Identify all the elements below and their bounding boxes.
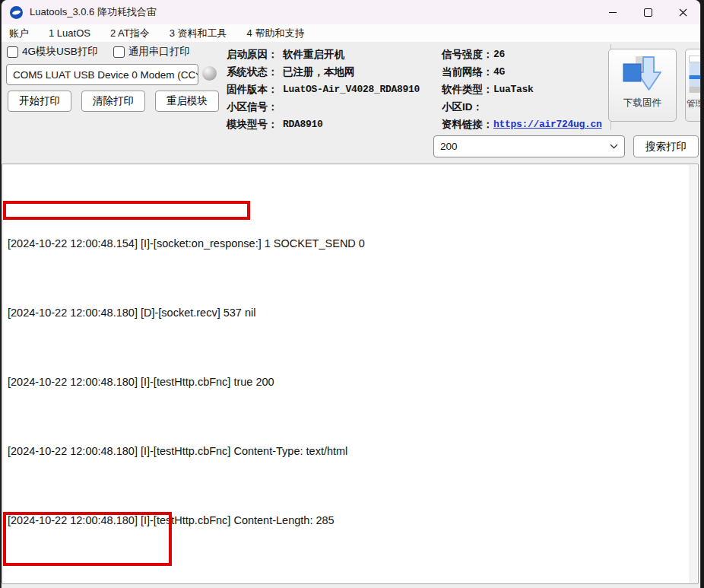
log-lines: [2024-10-22 12:00:48.154] [I]-[socket:on… <box>8 166 689 584</box>
log-line-text: [2024-10-22 12:00:48.180] [D]-[socket.re… <box>8 307 255 319</box>
log-output-area[interactable]: [2024-10-22 12:00:48.154] [I]-[socket:on… <box>2 164 699 584</box>
log-line: [2024-10-22 12:00:48.180] [I]-[testHttp.… <box>8 443 689 460</box>
log-line-text: [2024-10-22 12:00:48.154] [I]-[socket:on… <box>8 237 365 250</box>
panel-button[interactable]: 开始打印 <box>8 91 71 112</box>
panel-button[interactable]: 重启模块 <box>155 91 219 112</box>
info-row: 模块型号： RDA8910 <box>227 116 443 133</box>
info-label: 固件版本： <box>227 83 283 97</box>
minimize-button[interactable] <box>595 0 630 24</box>
connection-status-led <box>202 66 217 81</box>
info-value: LuaTask <box>493 84 534 95</box>
log-line: [2024-10-22 12:00:48.180] [I]-[testHttp.… <box>8 581 689 584</box>
info-row: 系统状态： 已注册，本地网 <box>227 63 443 81</box>
manage-list-icon <box>689 56 700 95</box>
search-term-select[interactable]: 200 <box>433 135 625 157</box>
window-controls <box>595 0 700 24</box>
menu-item[interactable]: 4 帮助和支持 <box>247 27 305 40</box>
info-value: LuatOS-Air_V4028_RDA8910 <box>283 84 420 95</box>
checkbox-item[interactable]: 4G模块USB打印 <box>7 45 98 59</box>
chevron-down-icon <box>195 72 198 78</box>
info-row: 信号强度： 26 <box>442 46 609 63</box>
info-row: 资料链接： https://air724ug.cn <box>442 116 609 133</box>
window-title: Luatools_3.0.6 降功耗找合宙 <box>30 5 157 19</box>
info-label: 当前网络： <box>442 65 493 79</box>
menu-bar: 账户1 LuatOS2 AT指令3 资料和工具4 帮助和支持 <box>2 24 700 42</box>
screen: { "window": { "title": "Luatools_3.0.6 降… <box>0 0 704 588</box>
menu-item[interactable]: 1 LuatOS <box>49 27 90 39</box>
checkbox-label: 通用串口打印 <box>128 45 190 59</box>
info-label: 模块型号： <box>227 118 283 132</box>
manage-button-label: 管理 <box>687 98 700 110</box>
close-icon <box>679 8 687 17</box>
vertical-scrollbar[interactable] <box>690 165 697 583</box>
log-line-text: [2024-10-22 12:00:48.180] [I]-[testHttp.… <box>8 583 344 584</box>
action-buttons: 开始打印清除打印重启模块 <box>8 91 219 112</box>
info-label: 信号强度： <box>442 48 493 62</box>
info-label: 启动原因： <box>227 48 283 62</box>
info-value: RDA8910 <box>283 119 323 130</box>
info-value: 26 <box>493 49 505 60</box>
download-firmware-button[interactable]: 下载固件 <box>608 49 677 122</box>
log-line: [2024-10-22 12:00:48.154] [I]-[socket:on… <box>8 235 689 253</box>
search-print-button[interactable]: 搜索打印 <box>633 135 699 157</box>
com-port-select[interactable]: COM5 LUAT USB Device 0 Modem (CC <box>6 64 198 85</box>
info-row: 固件版本： LuatOS-Air_V4028_RDA8910 <box>227 81 443 98</box>
chevron-down-icon <box>610 144 618 149</box>
menu-item[interactable]: 账户 <box>9 27 29 40</box>
info-label: 资料链接： <box>442 118 493 132</box>
info-label: 小区信号： <box>227 100 283 114</box>
info-value: 已注册，本地网 <box>283 65 355 79</box>
print-mode-checkboxes: 4G模块USB打印 通用串口打印 <box>7 45 190 59</box>
maximize-button[interactable] <box>630 0 665 24</box>
module-info-right: 信号强度： 26 当前网络： 4G 软件类型： LuaTask 小区ID： <box>442 46 609 133</box>
info-value: 4G <box>493 66 505 78</box>
log-line-text: [2024-10-22 12:00:48.180] [I]-[testHttp.… <box>8 376 274 388</box>
com-port-value: COM5 LUAT USB Device 0 Modem (CC <box>13 69 195 81</box>
info-row: 启动原因： 软件重启开机 <box>227 46 443 63</box>
search-term-value: 200 <box>440 141 458 152</box>
manage-button-clipped[interactable]: 管理 <box>685 49 700 122</box>
close-button[interactable] <box>665 0 700 24</box>
info-row: 软件类型： LuaTask <box>442 81 609 98</box>
module-info-left: 启动原因： 软件重启开机 系统状态： 已注册，本地网 固件版本： LuatOS-… <box>227 46 443 133</box>
info-label: 软件类型： <box>442 83 493 97</box>
checkbox-label: 4G模块USB打印 <box>22 45 98 59</box>
log-line-text: [2024-10-22 12:00:48.180] [I]-[testHttp.… <box>8 445 347 457</box>
title-bar: Luatools_3.0.6 降功耗找合宙 <box>2 0 700 24</box>
menu-item[interactable]: 3 资料和工具 <box>170 27 227 40</box>
download-firmware-label: 下载固件 <box>623 97 661 110</box>
log-line: [2024-10-22 12:00:48.180] [D]-[socket.re… <box>8 304 689 322</box>
panel-button[interactable]: 清除打印 <box>81 91 145 112</box>
doc-link[interactable]: https://air724ug.cn <box>493 119 602 130</box>
info-row: 当前网络： 4G <box>442 63 609 81</box>
download-firmware-icon <box>623 56 662 94</box>
checkbox-box-icon[interactable] <box>113 46 125 58</box>
maximize-icon <box>644 8 652 17</box>
control-panel: 4G模块USB打印 通用串口打印 COM5 LUAT USB Device 0 … <box>2 42 700 164</box>
app-window: Luatools_3.0.6 降功耗找合宙 账户1 LuatOS2 AT指令3 … <box>2 0 700 588</box>
log-line: [2024-10-22 12:00:48.180] [I]-[testHttp.… <box>8 512 689 529</box>
info-row: 小区ID： <box>442 98 609 116</box>
menu-item[interactable]: 2 AT指令 <box>110 27 150 40</box>
checkbox-box-icon[interactable] <box>7 46 18 58</box>
log-line: [2024-10-22 12:00:48.180] [I]-[testHttp.… <box>8 373 689 391</box>
info-row: 小区信号： <box>227 98 443 116</box>
info-value: 软件重启开机 <box>283 48 344 62</box>
checkbox-item[interactable]: 通用串口打印 <box>113 45 190 59</box>
info-label: 小区ID： <box>442 100 493 114</box>
info-label: 系统状态： <box>227 65 283 79</box>
log-line-text: [2024-10-22 12:00:48.180] [I]-[testHttp.… <box>8 514 335 526</box>
app-logo-icon <box>10 6 23 19</box>
minimize-icon <box>609 12 617 13</box>
